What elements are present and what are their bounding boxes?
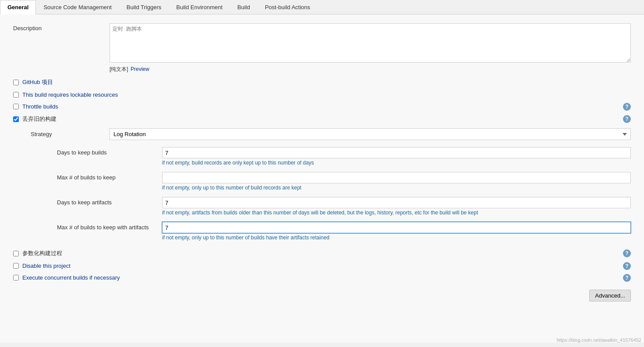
max-builds-row: Max # of builds to keep if not empty, on… bbox=[57, 172, 631, 194]
github-project-checkbox[interactable] bbox=[13, 80, 19, 85]
days-to-keep-hint: if not empty, build records are only kep… bbox=[162, 160, 631, 166]
description-input-area: [纯文本] Preview bbox=[110, 23, 631, 73]
disable-project-row: Disable this project ? bbox=[13, 263, 631, 269]
concurrent-builds-row: Execute concurrent builds if necessary ? bbox=[13, 274, 631, 281]
throttle-builds-checkbox[interactable] bbox=[13, 104, 19, 109]
days-to-keep-label: Days to keep builds bbox=[57, 147, 162, 156]
github-project-label[interactable]: GitHub 项目 bbox=[22, 78, 53, 86]
max-builds-input[interactable] bbox=[162, 172, 631, 183]
description-row: Description [纯文本] Preview bbox=[13, 23, 631, 73]
max-builds-hint: if not empty, only up to this number of … bbox=[162, 185, 631, 191]
concurrent-builds-checkbox[interactable] bbox=[13, 275, 19, 280]
bottom-row: Advanced... bbox=[13, 290, 631, 301]
strategy-section: Strategy Log Rotation None Days to keep … bbox=[31, 128, 631, 244]
description-textarea[interactable] bbox=[110, 23, 631, 63]
description-label: Description bbox=[13, 23, 110, 32]
tab-post-build-actions[interactable]: Post-build Actions bbox=[258, 0, 318, 14]
strategy-label: Strategy bbox=[31, 131, 110, 137]
tab-general[interactable]: General bbox=[0, 0, 36, 14]
parameterize-help-icon[interactable]: ? bbox=[623, 249, 631, 257]
max-builds-input-area: if not empty, only up to this number of … bbox=[162, 172, 631, 194]
sub-form: Days to keep builds if not empty, build … bbox=[57, 147, 631, 244]
content-area: Description [纯文本] Preview GitHub 项目 This… bbox=[0, 14, 644, 343]
strategy-select[interactable]: Log Rotation None bbox=[110, 128, 631, 140]
lockable-resources-label[interactable]: This build requires lockable resources bbox=[22, 91, 118, 98]
tab-build-environment[interactable]: Build Environment bbox=[169, 0, 230, 14]
days-artifacts-input[interactable] bbox=[162, 197, 631, 208]
days-to-keep-input-area: if not empty, build records are only kep… bbox=[162, 147, 631, 169]
tab-source-code-management[interactable]: Source Code Management bbox=[36, 0, 119, 14]
strategy-row: Strategy Log Rotation None bbox=[31, 128, 631, 140]
max-artifacts-hint: if not empty, only up to this number of … bbox=[162, 235, 631, 241]
days-artifacts-row: Days to keep artifacts if not empty, art… bbox=[57, 197, 631, 219]
days-to-keep-input[interactable] bbox=[162, 147, 631, 158]
days-artifacts-label: Days to keep artifacts bbox=[57, 197, 162, 206]
tab-bar: GeneralSource Code ManagementBuild Trigg… bbox=[0, 0, 644, 14]
max-artifacts-row: Max # of builds to keep with artifacts i… bbox=[57, 222, 631, 244]
discard-old-label[interactable]: 丢弃旧的构建 bbox=[22, 115, 57, 123]
throttle-builds-label[interactable]: Throttle builds bbox=[22, 103, 58, 110]
plain-text-label: [纯文本] bbox=[110, 66, 128, 72]
concurrent-help-icon[interactable]: ? bbox=[623, 274, 631, 282]
max-artifacts-label: Max # of builds to keep with artifacts bbox=[57, 222, 162, 231]
discard-old-row: 丢弃旧的构建 ? bbox=[13, 115, 631, 123]
tab-build-triggers[interactable]: Build Triggers bbox=[119, 0, 169, 14]
parameterize-checkbox[interactable] bbox=[13, 251, 19, 256]
watermark: https://blog.csdn.net/awalkin_41576452 bbox=[554, 336, 644, 343]
parameterize-row: 参数化构建过程 ? bbox=[13, 249, 631, 257]
discard-old-checkbox[interactable] bbox=[13, 116, 19, 122]
description-text-links: [纯文本] Preview bbox=[110, 66, 631, 73]
max-builds-label: Max # of builds to keep bbox=[57, 172, 162, 181]
lockable-resources-row: This build requires lockable resources bbox=[13, 91, 631, 98]
advanced-button[interactable]: Advanced... bbox=[589, 290, 631, 301]
max-artifacts-input[interactable] bbox=[162, 222, 631, 233]
tab-build[interactable]: Build bbox=[230, 0, 258, 14]
discard-help-icon[interactable]: ? bbox=[623, 115, 631, 123]
max-artifacts-input-area: if not empty, only up to this number of … bbox=[162, 222, 631, 244]
lockable-resources-checkbox[interactable] bbox=[13, 92, 19, 98]
throttle-help-icon[interactable]: ? bbox=[623, 103, 631, 111]
disable-help-icon[interactable]: ? bbox=[623, 262, 631, 270]
disable-project-checkbox[interactable] bbox=[13, 263, 19, 269]
github-project-row: GitHub 项目 bbox=[13, 78, 631, 86]
preview-link[interactable]: Preview bbox=[131, 66, 149, 72]
throttle-builds-row: Throttle builds ? bbox=[13, 103, 631, 110]
days-artifacts-hint: if not empty, artifacts from builds olde… bbox=[162, 210, 631, 216]
concurrent-builds-label[interactable]: Execute concurrent builds if necessary bbox=[22, 274, 120, 281]
parameterize-label[interactable]: 参数化构建过程 bbox=[22, 249, 62, 257]
days-artifacts-input-area: if not empty, artifacts from builds olde… bbox=[162, 197, 631, 219]
days-to-keep-row: Days to keep builds if not empty, build … bbox=[57, 147, 631, 169]
disable-project-label[interactable]: Disable this project bbox=[22, 263, 71, 269]
